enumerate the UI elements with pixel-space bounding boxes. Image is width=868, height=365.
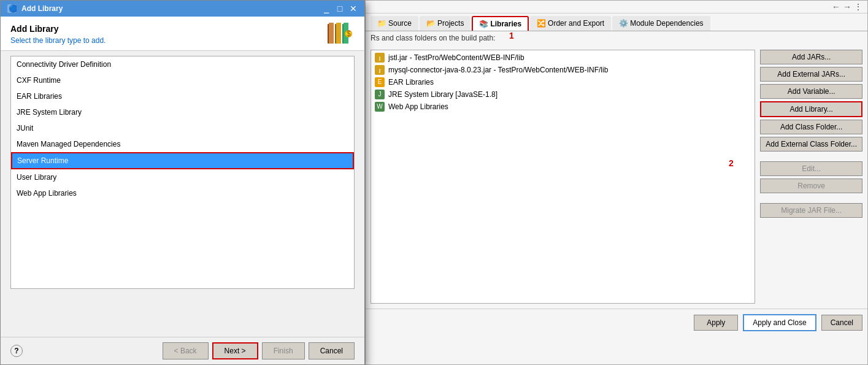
library-item-connectivity[interactable]: Connectivity Driver Definition bbox=[11, 56, 354, 72]
tab-source[interactable]: 📁 Source bbox=[371, 16, 418, 31]
nav-menu-btn[interactable]: ⋮ bbox=[854, 2, 862, 12]
step-2-label: 2 bbox=[729, 158, 734, 168]
add-class-folder-button[interactable]: Add Class Folder... bbox=[760, 120, 862, 134]
tab-module[interactable]: ⚙️ Module Dependencies bbox=[612, 16, 710, 31]
nav-forward-btn[interactable]: → bbox=[843, 2, 851, 12]
close-button[interactable]: ✕ bbox=[348, 4, 358, 13]
library-item-cxf[interactable]: CXF Runtime bbox=[11, 72, 354, 88]
webapp-icon: W bbox=[375, 102, 385, 112]
build-path-list: j jstl.jar - TestPro/WebContent/WEB-INF/… bbox=[371, 50, 755, 304]
libraries-tab-icon: 📚 bbox=[479, 20, 488, 28]
build-path-main: j jstl.jar - TestPro/WebContent/WEB-INF/… bbox=[366, 45, 867, 309]
apply-close-button[interactable]: Apply and Close bbox=[743, 314, 816, 331]
list-item: E EAR Libraries bbox=[372, 76, 753, 88]
list-item: j mysql-connector-java-8.0.23.jar - Test… bbox=[372, 64, 753, 76]
cancel-button-main[interactable]: Cancel bbox=[821, 315, 862, 331]
library-list: Connectivity Driver Definition CXF Runti… bbox=[10, 56, 355, 289]
dialog-header: Add Library Select the library type to a… bbox=[1, 17, 364, 51]
source-tab-icon: 📁 bbox=[377, 19, 386, 28]
back-button[interactable]: < Back bbox=[163, 342, 209, 359]
library-item-webapp[interactable]: Web App Libraries bbox=[11, 185, 354, 201]
help-button[interactable]: ? bbox=[10, 345, 23, 357]
dialog-header-desc: Select the library type to add. bbox=[10, 36, 106, 45]
build-path-bottom: Apply Apply and Close Cancel bbox=[366, 309, 867, 336]
add-external-class-folder-button[interactable]: Add External Class Folder... bbox=[760, 137, 862, 152]
library-item-junit[interactable]: JUnit bbox=[11, 120, 354, 136]
add-jars-button[interactable]: Add JARs... bbox=[760, 50, 862, 64]
list-item: j jstl.jar - TestPro/WebContent/WEB-INF/… bbox=[372, 52, 753, 64]
build-path-description: Rs and class folders on the build path: bbox=[366, 31, 867, 45]
footer-left: ? bbox=[10, 345, 23, 357]
build-path-nav: ← → ⋮ bbox=[366, 1, 867, 13]
step-1-label: 1 bbox=[509, 31, 514, 40]
minimize-button[interactable]: ⎯ bbox=[321, 4, 331, 13]
add-library-button[interactable]: Add Library... bbox=[760, 101, 862, 117]
library-item-user-library[interactable]: User Library bbox=[11, 169, 354, 185]
dialog-header-title: Add Library bbox=[10, 24, 106, 34]
svg-text:🔵: 🔵 bbox=[9, 4, 17, 13]
build-path-buttons: Add JARs... Add External JARs... Add Var… bbox=[760, 50, 862, 304]
order-tab-icon: 🔀 bbox=[537, 19, 545, 28]
tab-projects[interactable]: 📂 Projects bbox=[420, 16, 470, 31]
next-button[interactable]: Next > bbox=[212, 342, 258, 359]
jar-icon-1: j bbox=[375, 53, 385, 63]
add-library-dialog: 🔵 Add Library ⎯ □ ✕ Add Library Select t… bbox=[0, 0, 365, 365]
library-item-maven[interactable]: Maven Managed Dependencies bbox=[11, 136, 354, 152]
list-item: W Web App Libraries bbox=[372, 101, 753, 113]
library-item-jre[interactable]: JRE System Library bbox=[11, 104, 354, 120]
tabs-bar: 📁 Source 📂 Projects 📚 Libraries 🔀 Order … bbox=[366, 13, 867, 31]
build-path-window: ← → ⋮ 📁 Source 📂 Projects 📚 Libraries 🔀 … bbox=[365, 0, 868, 365]
library-item-ear[interactable]: EAR Libraries bbox=[11, 88, 354, 104]
dialog-book-icon: $ bbox=[325, 21, 355, 48]
apply-button[interactable]: Apply bbox=[694, 315, 738, 331]
library-item-server-runtime[interactable]: Server Runtime bbox=[11, 152, 354, 169]
library-type-link[interactable]: library type bbox=[45, 36, 82, 45]
list-item: J JRE System Library [JavaSE-1.8] bbox=[372, 88, 753, 101]
maximize-button[interactable]: □ bbox=[335, 4, 345, 13]
add-variable-button[interactable]: Add Variable... bbox=[760, 84, 862, 99]
svg-text:$: $ bbox=[347, 29, 351, 38]
dialog-title-icon: 🔵 bbox=[7, 4, 17, 13]
titlebar-controls: ⎯ □ ✕ bbox=[321, 4, 358, 13]
jre-icon: J bbox=[375, 90, 385, 99]
cancel-button[interactable]: Cancel bbox=[309, 342, 355, 359]
edit-button[interactable]: Edit... bbox=[760, 161, 862, 176]
dialog-titlebar: 🔵 Add Library ⎯ □ ✕ bbox=[1, 1, 364, 17]
add-external-jars-button[interactable]: Add External JARs... bbox=[760, 67, 862, 82]
finish-button[interactable]: Finish bbox=[262, 342, 305, 359]
remove-button[interactable]: Remove bbox=[760, 179, 862, 193]
svg-rect-5 bbox=[336, 23, 341, 44]
jar-icon-2: j bbox=[375, 65, 385, 75]
dialog-footer: ? < Back Next > Finish Cancel bbox=[1, 337, 364, 364]
migrate-jar-button[interactable]: Migrate JAR File... bbox=[760, 203, 862, 218]
footer-buttons: < Back Next > Finish Cancel bbox=[163, 342, 355, 359]
tab-order[interactable]: 🔀 Order and Export bbox=[530, 16, 611, 31]
svg-rect-3 bbox=[329, 23, 334, 44]
dialog-titlebar-left: 🔵 Add Library bbox=[7, 4, 63, 13]
module-tab-icon: ⚙️ bbox=[619, 19, 628, 28]
nav-back-btn[interactable]: ← bbox=[832, 2, 840, 12]
ear-icon: E bbox=[375, 77, 385, 87]
tab-libraries[interactable]: 📚 Libraries bbox=[472, 16, 529, 31]
projects-tab-icon: 📂 bbox=[426, 19, 435, 28]
